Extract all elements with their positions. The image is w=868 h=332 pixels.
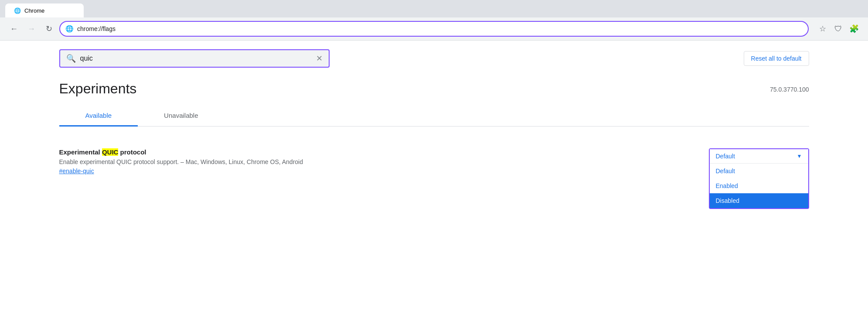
shield-icon: 🛡: [834, 24, 842, 34]
address-bar[interactable]: 🌐: [59, 21, 809, 37]
browser-chrome: 🌐 Chrome ← → ↻ 🌐 ☆ 🛡 🧩: [0, 0, 868, 41]
tab-available-label: Available: [85, 112, 112, 119]
extension-button[interactable]: 🧩: [847, 22, 861, 36]
search-section: 🔍 ✕ Reset all to default: [59, 49, 809, 68]
dropdown-selected[interactable]: Default ▼: [710, 149, 808, 164]
back-button[interactable]: ←: [7, 22, 21, 36]
experiment-item: Experimental QUIC protocol Enable experi…: [59, 140, 809, 218]
clear-search-button[interactable]: ✕: [316, 54, 323, 63]
dropdown-options: Default Enabled Disabled: [710, 164, 808, 208]
dropdown-arrow-icon: ▼: [797, 153, 802, 159]
tab-favicon: 🌐: [14, 7, 21, 14]
dropdown-option-enabled[interactable]: Enabled: [710, 178, 808, 193]
version-text: 75.0.3770.100: [770, 86, 809, 93]
experiment-name-prefix: Experimental: [59, 148, 102, 156]
reset-all-label: Reset all to default: [751, 55, 802, 62]
search-input[interactable]: [80, 55, 312, 62]
tab-unavailable-label: Unavailable: [164, 112, 198, 119]
dropdown-option-disabled[interactable]: Disabled: [710, 193, 808, 208]
dropdown-container[interactable]: Default ▼ Default Enabled Disabled: [709, 148, 809, 209]
address-input[interactable]: [77, 25, 803, 32]
extension-icon: 🧩: [849, 24, 859, 34]
tab-available[interactable]: Available: [59, 106, 138, 127]
experiment-description: Enable experimental QUIC protocol suppor…: [59, 158, 434, 165]
dropdown-option-disabled-label: Disabled: [716, 197, 739, 204]
experiment-name: Experimental QUIC protocol: [59, 148, 434, 156]
toolbar-right: ☆ 🛡 🧩: [816, 22, 861, 36]
bookmark-button[interactable]: ☆: [816, 22, 830, 36]
tab-bar: 🌐 Chrome: [0, 0, 868, 17]
reset-all-button[interactable]: Reset all to default: [744, 51, 809, 66]
tab-unavailable[interactable]: Unavailable: [138, 106, 224, 127]
page-content: 🔍 ✕ Reset all to default Experiments 75.…: [42, 41, 827, 226]
clear-icon: ✕: [316, 54, 323, 63]
experiment-info: Experimental QUIC protocol Enable experi…: [59, 148, 434, 175]
dropdown-option-default[interactable]: Default: [710, 164, 808, 178]
dropdown-option-default-label: Default: [716, 168, 735, 175]
experiments-header: Experiments 75.0.3770.100: [59, 81, 809, 97]
reload-icon: ↻: [46, 24, 52, 34]
nav-bar: ← → ↻ 🌐 ☆ 🛡 🧩: [0, 17, 868, 40]
tabs-bar: Available Unavailable: [59, 106, 809, 127]
shield-button[interactable]: 🛡: [831, 22, 845, 36]
star-icon: ☆: [819, 24, 826, 34]
experiment-name-suffix: protocol: [118, 148, 146, 156]
search-icon: 🔍: [66, 54, 76, 63]
address-globe-icon: 🌐: [65, 25, 74, 33]
back-icon: ←: [10, 24, 18, 34]
experiment-link[interactable]: #enable-quic: [59, 168, 94, 175]
dropdown-option-enabled-label: Enabled: [716, 182, 738, 189]
forward-icon: →: [27, 24, 35, 34]
reload-button[interactable]: ↻: [42, 22, 56, 36]
active-tab[interactable]: 🌐 Chrome: [5, 3, 84, 17]
forward-button[interactable]: →: [24, 22, 38, 36]
experiment-name-highlight: QUIC: [102, 148, 119, 156]
dropdown-selected-label: Default: [716, 153, 735, 160]
search-bar-container: 🔍 ✕: [59, 49, 330, 68]
page-title: Experiments: [59, 81, 137, 97]
tab-title: Chrome: [24, 7, 44, 14]
